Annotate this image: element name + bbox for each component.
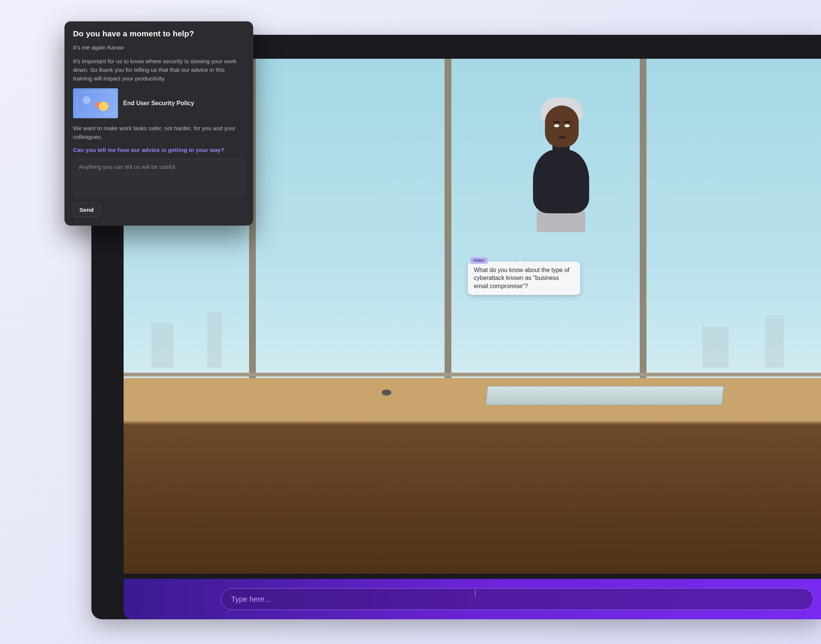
- desk-glass-pad: [485, 386, 724, 405]
- speech-bubble-text: What do you know about the type of cyber…: [468, 262, 580, 295]
- text-cursor-icon: [475, 589, 476, 597]
- dialog-title: Do you have a moment to help?: [73, 29, 244, 38]
- game-text-input[interactable]: [221, 588, 813, 610]
- policy-title: End User Security Policy: [123, 100, 194, 107]
- speech-bubble: Helen What do you know about the type of…: [468, 255, 580, 295]
- policy-thumbnail-icon: [73, 88, 118, 118]
- dialog-question: Can you tell me how our advice is gettin…: [73, 147, 244, 153]
- send-button[interactable]: Send: [73, 203, 100, 217]
- feedback-textarea[interactable]: [73, 159, 244, 196]
- game-input-bar: [124, 579, 821, 619]
- office-desk: [124, 378, 821, 573]
- feedback-dialog: Do you have a moment to help? It's me ag…: [65, 21, 253, 225]
- speaker-name-badge: Helen: [470, 257, 487, 264]
- dialog-intro: It's important for us to know where secu…: [73, 57, 244, 83]
- dialog-followup: We want to make work tasks safer, not ha…: [73, 124, 244, 141]
- character-helen: [514, 90, 608, 247]
- policy-reference[interactable]: End User Security Policy: [73, 88, 244, 118]
- dialog-greeting: It's me again Kanav: [73, 43, 244, 52]
